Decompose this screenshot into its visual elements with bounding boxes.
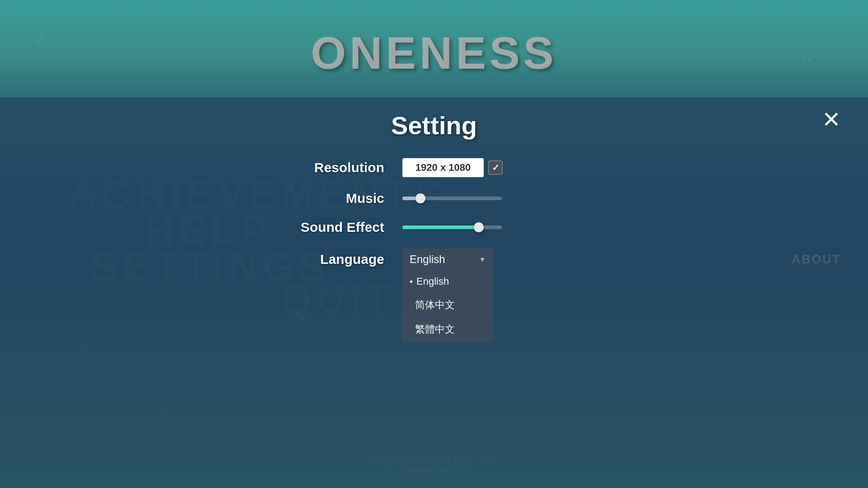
resolution-label: Resolution <box>276 160 402 175</box>
language-dropdown: English 简体中文 繁體中文 <box>402 270 493 342</box>
sound-slider[interactable] <box>402 225 502 229</box>
dropdown-arrow-icon: ▼ <box>479 256 486 263</box>
sound-track <box>402 225 477 229</box>
language-option-traditional[interactable]: 繁體中文 <box>402 317 493 342</box>
language-option-english[interactable]: English <box>402 270 493 293</box>
music-label: Music <box>276 191 402 206</box>
settings-title: Setting <box>276 111 592 140</box>
close-button[interactable]: ✕ <box>822 108 841 131</box>
language-option-simplified[interactable]: 简体中文 <box>402 293 493 317</box>
resolution-value[interactable]: 868 x 488 <box>402 158 484 177</box>
language-selected[interactable]: English ▼ <box>402 249 493 270</box>
language-row: Language English ▼ English 简体中文 繁體中文 <box>276 249 592 270</box>
music-slider[interactable] <box>402 197 502 200</box>
sound-thumb[interactable] <box>474 222 484 232</box>
resolution-row: Resolution 868 x 488 <box>276 158 592 177</box>
music-thumb[interactable] <box>415 193 425 203</box>
language-dropdown-wrapper: English ▼ English 简体中文 繁體中文 <box>402 249 493 270</box>
language-selected-text: English <box>410 253 445 266</box>
resolution-checkbox[interactable] <box>488 160 503 175</box>
game-title: ONENESS <box>0 27 868 79</box>
music-row: Music <box>276 191 592 206</box>
resolution-control: 868 x 488 <box>402 158 503 177</box>
settings-panel: Setting Resolution 868 x 488 Music Sou… <box>276 111 592 284</box>
language-label: Language <box>276 252 402 267</box>
sound-effect-label: Sound Effect <box>276 220 402 235</box>
sound-effect-row: Sound Effect <box>276 220 592 235</box>
